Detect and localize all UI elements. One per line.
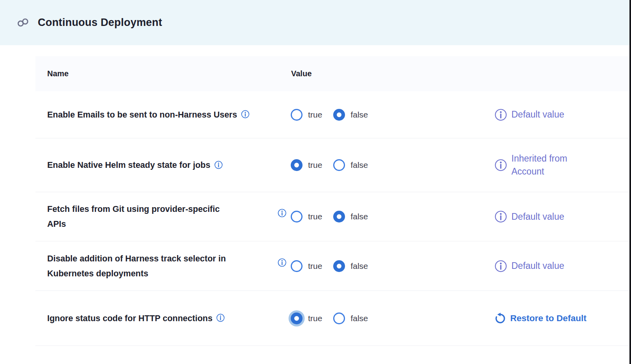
setting-value-cell: truefalse (277, 109, 494, 121)
radio-label-false[interactable]: false (351, 160, 368, 170)
info-icon-slot (277, 212, 291, 221)
radio-label-true[interactable]: true (308, 110, 322, 119)
status-info-icon[interactable] (494, 259, 507, 273)
restore-to-default-label: Restore to Default (510, 313, 587, 324)
setting-name-label: Disable addition of Harness track select… (47, 251, 226, 281)
radio-option-true[interactable]: true (291, 260, 322, 272)
setting-status-cell: Default value (494, 259, 630, 273)
info-tooltip-icon[interactable] (214, 160, 223, 169)
info-icon-slot (277, 261, 291, 271)
radio-label-false[interactable]: false (351, 314, 368, 323)
screen-right-edge (629, 0, 631, 364)
settings-table: Name Value Enable Emails to be sent to n… (35, 56, 630, 346)
true-false-radio-group: truefalse (291, 159, 379, 171)
radio-true-selected[interactable] (291, 159, 303, 171)
status-info-icon[interactable] (494, 108, 507, 121)
column-header-value: Value (277, 69, 312, 78)
info-tooltip-icon[interactable] (241, 110, 250, 119)
radio-false-selected[interactable] (333, 260, 345, 272)
setting-name-cell: Enable Native Helm steady state for jobs (35, 158, 277, 173)
setting-value-cell: truefalse (277, 313, 494, 324)
setting-name-label: Enable Emails to be sent to non-Harness … (47, 107, 237, 122)
radio-option-false[interactable]: false (333, 109, 368, 121)
radio-option-true[interactable]: true (291, 313, 322, 324)
radio-label-false[interactable]: false (351, 212, 368, 221)
status-label: Inherited from Account (511, 152, 590, 178)
radio-false-selected[interactable] (333, 109, 345, 121)
setting-name-cell: Disable addition of Harness track select… (35, 251, 277, 281)
radio-option-true[interactable]: true (291, 159, 322, 171)
radio-option-false[interactable]: false (333, 260, 368, 272)
radio-label-false[interactable]: false (351, 110, 368, 119)
restore-icon (494, 312, 506, 324)
radio-label-false[interactable]: false (351, 261, 368, 271)
true-false-radio-group: truefalse (291, 211, 379, 222)
radio-label-true[interactable]: true (308, 212, 322, 221)
status-info-icon[interactable] (494, 210, 507, 223)
restore-to-default-button[interactable]: Restore to Default (494, 312, 587, 324)
settings-row: Enable Native Helm steady state for jobs… (35, 138, 630, 192)
radio-true[interactable] (291, 260, 303, 272)
radio-option-false[interactable]: false (333, 159, 368, 171)
info-tooltip-icon[interactable] (277, 208, 287, 218)
radio-false[interactable] (333, 159, 345, 171)
radio-true[interactable] (291, 109, 303, 121)
setting-status-cell: Inherited from Account (494, 152, 630, 178)
radio-option-false[interactable]: false (333, 211, 368, 222)
table-body: Enable Emails to be sent to non-Harness … (35, 91, 630, 346)
settings-row: Disable addition of Harness track select… (35, 241, 630, 291)
radio-true-selected[interactable] (291, 313, 303, 324)
status-info-icon[interactable] (494, 158, 507, 172)
settings-row: Enable Emails to be sent to non-Harness … (35, 91, 630, 138)
radio-true[interactable] (291, 211, 303, 222)
setting-value-cell: truefalse (277, 159, 494, 171)
true-false-radio-group: truefalse (291, 260, 379, 272)
radio-option-true[interactable]: true (291, 211, 322, 222)
page-title: Continuous Deployment (38, 17, 162, 29)
radio-option-true[interactable]: true (291, 109, 322, 121)
table-header-row: Name Value (35, 56, 630, 91)
true-false-radio-group: truefalse (291, 109, 379, 121)
radio-false-selected[interactable] (333, 211, 345, 222)
link-infinity-icon (16, 17, 30, 28)
setting-name-label: Fetch files from Git using provider-spec… (47, 202, 220, 232)
info-tooltip-icon[interactable] (216, 313, 225, 322)
setting-name-cell: Enable Emails to be sent to non-Harness … (35, 107, 277, 122)
settings-row: Ignore status code for HTTP connectionst… (35, 291, 630, 346)
setting-name-label: Enable Native Helm steady state for jobs (47, 158, 210, 173)
radio-false[interactable] (333, 313, 345, 324)
status-label: Default value (511, 210, 564, 223)
radio-label-true[interactable]: true (308, 160, 322, 170)
true-false-radio-group: truefalse (291, 313, 379, 324)
status-label: Default value (511, 108, 564, 121)
setting-status-cell: Default value (494, 108, 630, 121)
setting-name-label: Ignore status code for HTTP connections (47, 311, 212, 326)
setting-status-cell: Restore to Default (494, 312, 630, 324)
setting-name-cell: Fetch files from Git using provider-spec… (35, 202, 277, 232)
info-tooltip-icon[interactable] (277, 258, 287, 267)
radio-label-true[interactable]: true (308, 314, 322, 323)
setting-name-cell: Ignore status code for HTTP connections (35, 311, 277, 326)
setting-status-cell: Default value (494, 210, 630, 223)
setting-value-cell: truefalse (277, 211, 494, 222)
settings-row: Fetch files from Git using provider-spec… (35, 192, 630, 241)
section-header: Continuous Deployment (0, 0, 631, 45)
radio-option-false[interactable]: false (333, 313, 368, 324)
radio-label-true[interactable]: true (308, 261, 322, 271)
status-label: Default value (511, 259, 564, 272)
setting-value-cell: truefalse (277, 260, 494, 272)
column-header-name: Name (35, 69, 277, 78)
